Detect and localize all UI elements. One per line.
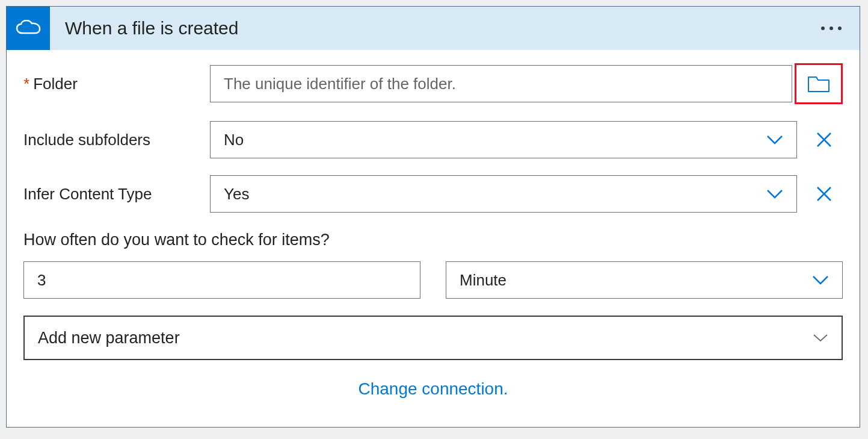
trigger-card: When a file is created *Folder The uniqu…	[6, 6, 860, 428]
close-icon	[816, 131, 833, 148]
remove-infer-content-type-button[interactable]	[805, 175, 843, 213]
folder-row: *Folder The unique identifier of the fol…	[23, 63, 843, 104]
polling-question-label: How often do you want to check for items…	[23, 231, 843, 249]
polling-unit-select[interactable]: Minute	[446, 261, 843, 299]
include-subfolders-label: Include subfolders	[23, 131, 210, 149]
polling-interval-input[interactable]: 3	[23, 261, 420, 299]
remove-include-subfolders-button[interactable]	[805, 121, 843, 158]
chevron-down-icon	[812, 275, 829, 285]
chevron-down-icon	[766, 189, 783, 199]
close-icon	[816, 185, 833, 202]
more-options-button[interactable]	[821, 26, 842, 30]
onedrive-icon	[7, 7, 50, 50]
change-connection-link[interactable]: Change connection.	[358, 379, 508, 398]
infer-content-type-label: Infer Content Type	[23, 185, 210, 204]
infer-content-type-select[interactable]: Yes	[210, 175, 797, 213]
footer-row: Change connection.	[23, 379, 843, 399]
folder-input[interactable]: The unique identifier of the folder.	[210, 65, 792, 102]
add-parameter-dropdown[interactable]: Add new parameter	[23, 316, 843, 360]
include-subfolders-row: Include subfolders No	[23, 121, 843, 158]
card-title: When a file is created	[50, 18, 821, 39]
card-body: *Folder The unique identifier of the fol…	[7, 50, 860, 412]
card-header: When a file is created	[7, 7, 860, 50]
chevron-down-icon	[813, 334, 828, 342]
folder-icon	[807, 75, 830, 93]
folder-label: *Folder	[23, 75, 210, 93]
include-subfolders-select[interactable]: No	[210, 121, 797, 158]
chevron-down-icon	[766, 135, 783, 145]
infer-content-type-row: Infer Content Type Yes	[23, 175, 843, 213]
polling-row: 3 Minute	[23, 261, 843, 299]
required-asterisk: *	[23, 75, 29, 93]
folder-picker-button[interactable]	[795, 63, 843, 104]
